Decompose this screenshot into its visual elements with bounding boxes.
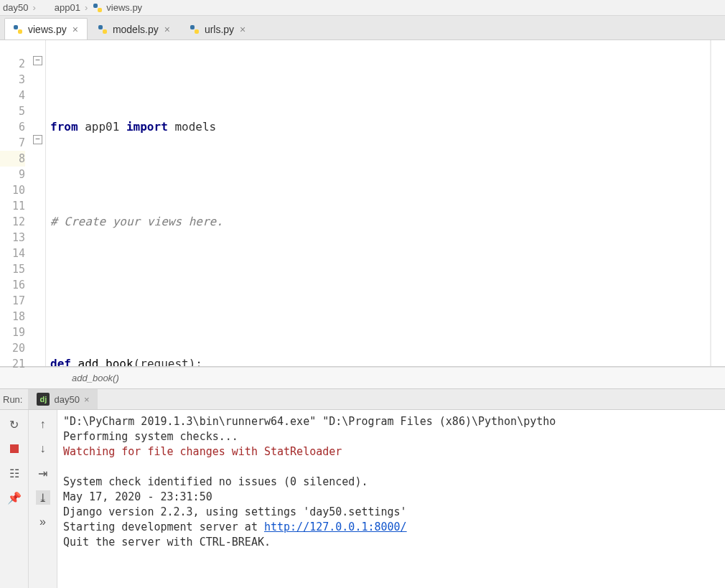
- keyword: from: [50, 120, 78, 134]
- close-icon[interactable]: ×: [238, 24, 247, 35]
- svg-rect-4: [98, 25, 103, 29]
- code-editor[interactable]: 234567 8 9101112131415 161718192021 − − …: [0, 40, 725, 367]
- keyword: def: [50, 357, 71, 366]
- breadcrumb-label: app01: [55, 2, 80, 13]
- svg-rect-3: [18, 29, 22, 34]
- python-file-icon: [189, 24, 200, 35]
- breadcrumb-item[interactable]: day50: [3, 2, 28, 13]
- error-stripe[interactable]: [711, 40, 725, 366]
- editor-tabs-bar: views.py × models.py × urls.py ×: [0, 16, 725, 40]
- breadcrumb-bar: day50 › app01 › views.py: [0, 0, 725, 16]
- stop-icon[interactable]: [7, 442, 22, 456]
- tab-label: urls.py: [205, 24, 234, 35]
- code-area[interactable]: from app01 import models # Create your v…: [46, 40, 711, 366]
- chevron-right-icon: ›: [85, 2, 88, 13]
- run-config-label: day50: [54, 394, 79, 405]
- context-label: add_book(): [72, 373, 119, 383]
- run-config-tab[interactable]: dj day50 ×: [28, 389, 98, 409]
- arrow-up-icon[interactable]: ↑: [36, 417, 50, 431]
- context-crumb: add_book(): [0, 367, 725, 388]
- django-icon: dj: [37, 393, 50, 406]
- rerun-icon[interactable]: ↻: [7, 417, 22, 431]
- run-console: ↻ ☷ 📌 ↑ ↓ ⇥ ⤓ » "D:\PyCharm 2019.1.3\bin…: [0, 410, 725, 588]
- server-url-link[interactable]: http://127.0.0.1:8000/: [264, 521, 407, 533]
- close-icon[interactable]: ×: [84, 394, 90, 405]
- svg-rect-7: [195, 29, 199, 34]
- svg-rect-0: [93, 4, 98, 8]
- python-file-icon: [97, 24, 108, 35]
- folder-icon: [40, 2, 52, 14]
- breadcrumb-item[interactable]: views.py: [92, 2, 142, 14]
- fold-marker-icon[interactable]: −: [33, 135, 42, 144]
- layout-icon[interactable]: ☷: [7, 466, 22, 480]
- svg-rect-1: [98, 8, 102, 12]
- console-toolbar-right: ↑ ↓ ⇥ ⤓ »: [29, 410, 57, 588]
- close-icon[interactable]: ×: [71, 24, 80, 35]
- close-icon[interactable]: ×: [163, 24, 172, 35]
- run-panel-header: Run: dj day50 ×: [0, 388, 725, 410]
- scroll-to-end-icon[interactable]: ⤓: [36, 490, 50, 505]
- breadcrumb-label: day50: [3, 2, 28, 13]
- tab-label: models.py: [113, 24, 159, 35]
- svg-rect-2: [14, 25, 18, 29]
- breadcrumb-label: views.py: [106, 2, 142, 13]
- console-toolbar-left: ↻ ☷ 📌: [0, 410, 29, 588]
- chevron-right-icon: ›: [32, 2, 35, 13]
- more-icon[interactable]: »: [36, 515, 50, 529]
- fold-column: − −: [32, 40, 46, 366]
- fold-marker-icon[interactable]: −: [33, 56, 42, 65]
- keyword: import: [126, 120, 168, 134]
- tab-models-py[interactable]: models.py ×: [89, 18, 179, 39]
- tab-label: views.py: [28, 24, 67, 35]
- soft-wrap-icon[interactable]: ⇥: [36, 466, 50, 480]
- python-file-icon: [92, 2, 103, 14]
- svg-rect-5: [103, 29, 107, 34]
- tab-urls-py[interactable]: urls.py ×: [181, 18, 255, 39]
- line-gutter: 234567 8 9101112131415 161718192021: [0, 40, 32, 366]
- console-output[interactable]: "D:\PyCharm 2019.1.3\bin\runnerw64.exe" …: [57, 410, 725, 588]
- arrow-down-icon[interactable]: ↓: [36, 442, 50, 456]
- tab-views-py[interactable]: views.py ×: [4, 18, 88, 39]
- run-label: Run:: [3, 394, 22, 405]
- comment: # Create your views here.: [50, 215, 223, 228]
- python-file-icon: [12, 24, 24, 35]
- breadcrumb-item[interactable]: app01: [40, 2, 80, 14]
- pin-icon[interactable]: 📌: [7, 490, 22, 505]
- svg-rect-6: [190, 25, 195, 29]
